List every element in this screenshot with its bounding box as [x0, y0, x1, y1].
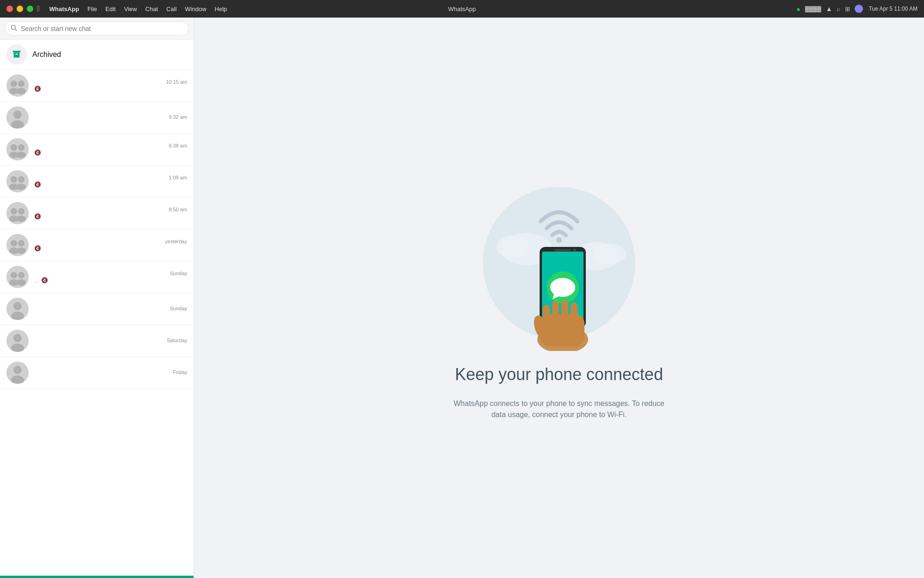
chat-time: Sunday: [170, 306, 187, 311]
svg-point-43: [13, 366, 22, 374]
svg-point-13: [18, 144, 24, 151]
chat-time: Sunday: [170, 271, 187, 276]
search-input[interactable]: [21, 25, 183, 32]
avatar: [6, 330, 29, 352]
avatar: [6, 266, 29, 288]
svg-point-11: [6, 138, 29, 160]
menu-item-edit[interactable]: Edit: [101, 6, 120, 12]
chat-meta: 9:32 am: [34, 114, 187, 120]
menu-item-view[interactable]: View: [120, 6, 141, 12]
search-bar: [0, 18, 194, 40]
svg-rect-61: [561, 300, 568, 319]
chat-info: 10:15 am 🔇: [34, 79, 187, 92]
chat-meta: Sunday: [34, 271, 187, 276]
chat-list: 10:15 am 🔇 9: [0, 70, 194, 576]
mute-icon: 🔇: [34, 149, 41, 156]
chat-preview: 🔇: [34, 181, 187, 188]
chat-item[interactable]: 9:32 am: [0, 102, 194, 134]
archive-icon: [12, 49, 22, 60]
chat-time: 1:09 am: [169, 175, 187, 180]
mute-icon: 🔇: [41, 277, 48, 283]
ellipsis-text: ...: [34, 277, 39, 284]
chat-preview: 🔇: [34, 149, 187, 156]
svg-point-23: [18, 208, 24, 215]
svg-point-12: [11, 144, 17, 151]
menu-item-call[interactable]: Call: [162, 6, 181, 12]
svg-point-7: [17, 88, 26, 94]
avatar: [6, 234, 29, 256]
chat-meta: 8:50 am: [34, 207, 187, 212]
svg-rect-53: [554, 249, 571, 251]
chat-item[interactable]: 8:50 am 🔇: [0, 197, 194, 229]
status-icons: ● ▓▓▓▓ ▲ ⌕ ⊞: [796, 5, 863, 13]
svg-rect-60: [552, 301, 559, 320]
chat-preview: 🔇: [34, 245, 187, 252]
svg-point-9: [13, 111, 22, 119]
search-input-wrapper[interactable]: [5, 21, 189, 36]
chat-meta: Sunday: [34, 306, 187, 311]
minimize-button[interactable]: [17, 6, 23, 12]
chat-preview: 🔇: [34, 86, 187, 92]
chat-item[interactable]: Friday: [0, 357, 194, 389]
close-button[interactable]: [6, 6, 13, 12]
datetime-display: Tue Apr 5 11:00 AM: [869, 6, 918, 12]
chat-meta: 10:15 am: [34, 79, 187, 85]
maximize-button[interactable]: [27, 6, 33, 12]
avatar: [6, 298, 29, 320]
menu-item-whatsapp[interactable]: WhatsApp: [45, 6, 83, 12]
spotify-icon: ●: [796, 5, 800, 13]
chat-time: 8:38 am: [169, 143, 187, 148]
svg-point-28: [18, 240, 24, 246]
svg-point-30: [17, 247, 26, 254]
chat-item[interactable]: Sunday: [0, 293, 194, 325]
traffic-lights: [6, 6, 33, 12]
chat-meta: Saturday: [34, 338, 187, 343]
avatar: [6, 362, 29, 384]
chat-item[interactable]: Sunday ... 🔇: [0, 261, 194, 293]
chat-item[interactable]: yesterday 🔇: [0, 229, 194, 261]
search-icon: [11, 25, 17, 32]
archived-row[interactable]: Archived: [0, 40, 194, 70]
search-mac-icon[interactable]: ⌕: [837, 6, 840, 12]
svg-point-27: [11, 240, 17, 246]
chat-item[interactable]: Saturday: [0, 325, 194, 357]
svg-rect-2: [13, 51, 21, 53]
svg-point-54: [573, 249, 576, 252]
archived-label: Archived: [32, 50, 61, 59]
svg-point-21: [6, 202, 29, 224]
chat-time: yesterday: [165, 239, 187, 244]
chat-preview: ... 🔇: [34, 277, 187, 284]
chat-item[interactable]: 1:09 am 🔇: [0, 166, 194, 197]
svg-point-40: [13, 334, 22, 342]
avatar: [6, 74, 29, 97]
svg-rect-62: [571, 302, 578, 320]
chat-info: 8:50 am 🔇: [34, 207, 187, 220]
control-center-icon[interactable]: ⊞: [845, 6, 850, 12]
apple-logo-icon: : [37, 5, 40, 13]
chat-meta: 1:09 am: [34, 175, 187, 180]
svg-point-31: [6, 266, 29, 288]
svg-point-35: [17, 279, 26, 286]
svg-point-3: [6, 74, 29, 97]
chat-time: 10:15 am: [166, 79, 187, 85]
main-subtitle: WhatsApp connects to your phone to sync …: [448, 398, 670, 420]
app-container: Archived 10:15 am: [0, 18, 924, 578]
chat-item[interactable]: 8:38 am 🔇: [0, 134, 194, 166]
chat-info: 1:09 am 🔇: [34, 175, 187, 188]
chat-info: Saturday: [34, 338, 187, 344]
menu-item-chat[interactable]: Chat: [141, 6, 162, 12]
titlebar:  WhatsApp File Edit View Chat Call Wind…: [0, 0, 924, 18]
svg-point-25: [17, 215, 26, 222]
archive-icon-wrapper: [6, 44, 27, 65]
menu-item-help[interactable]: Help: [211, 6, 231, 12]
chat-item[interactable]: 10:15 am 🔇: [0, 70, 194, 102]
svg-point-16: [6, 170, 29, 192]
svg-point-18: [18, 176, 24, 183]
titlebar-right: ● ▓▓▓▓ ▲ ⌕ ⊞ Tue Apr 5 11:00 AM: [796, 5, 918, 13]
menu-item-file[interactable]: File: [83, 6, 101, 12]
svg-rect-59: [543, 305, 550, 321]
svg-point-49: [594, 244, 626, 264]
svg-point-37: [13, 302, 22, 310]
chat-time: 8:50 am: [169, 207, 187, 212]
menu-item-window[interactable]: Window: [181, 6, 210, 12]
